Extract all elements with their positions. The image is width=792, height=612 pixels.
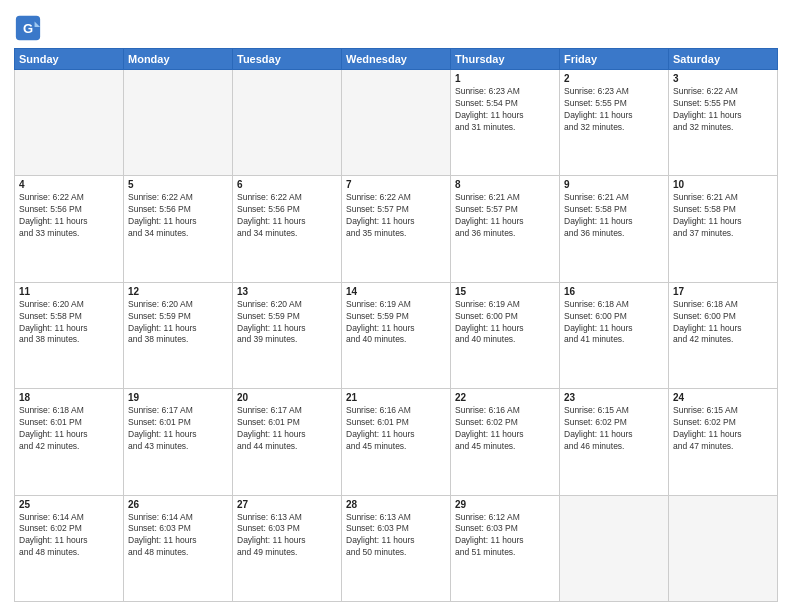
day-number: 2 — [564, 73, 664, 84]
day-number: 29 — [455, 499, 555, 510]
calendar-cell — [15, 70, 124, 176]
day-info: Sunrise: 6:21 AM Sunset: 5:57 PM Dayligh… — [455, 192, 555, 240]
logo-icon: G — [14, 14, 42, 42]
day-number: 9 — [564, 179, 664, 190]
calendar-cell: 14Sunrise: 6:19 AM Sunset: 5:59 PM Dayli… — [342, 282, 451, 388]
day-number: 27 — [237, 499, 337, 510]
calendar-cell: 9Sunrise: 6:21 AM Sunset: 5:58 PM Daylig… — [560, 176, 669, 282]
week-row-1: 4Sunrise: 6:22 AM Sunset: 5:56 PM Daylig… — [15, 176, 778, 282]
page: G SundayMondayTuesdayWednesdayThursdayFr… — [0, 0, 792, 612]
day-info: Sunrise: 6:14 AM Sunset: 6:03 PM Dayligh… — [128, 512, 228, 560]
day-number: 20 — [237, 392, 337, 403]
calendar-cell: 25Sunrise: 6:14 AM Sunset: 6:02 PM Dayli… — [15, 495, 124, 601]
day-info: Sunrise: 6:15 AM Sunset: 6:02 PM Dayligh… — [564, 405, 664, 453]
calendar-cell: 26Sunrise: 6:14 AM Sunset: 6:03 PM Dayli… — [124, 495, 233, 601]
calendar-cell: 19Sunrise: 6:17 AM Sunset: 6:01 PM Dayli… — [124, 389, 233, 495]
day-info: Sunrise: 6:18 AM Sunset: 6:01 PM Dayligh… — [19, 405, 119, 453]
calendar-cell: 10Sunrise: 6:21 AM Sunset: 5:58 PM Dayli… — [669, 176, 778, 282]
calendar-cell: 13Sunrise: 6:20 AM Sunset: 5:59 PM Dayli… — [233, 282, 342, 388]
day-info: Sunrise: 6:22 AM Sunset: 5:56 PM Dayligh… — [19, 192, 119, 240]
day-number: 5 — [128, 179, 228, 190]
day-info: Sunrise: 6:12 AM Sunset: 6:03 PM Dayligh… — [455, 512, 555, 560]
day-info: Sunrise: 6:19 AM Sunset: 6:00 PM Dayligh… — [455, 299, 555, 347]
day-info: Sunrise: 6:23 AM Sunset: 5:54 PM Dayligh… — [455, 86, 555, 134]
day-number: 23 — [564, 392, 664, 403]
day-info: Sunrise: 6:21 AM Sunset: 5:58 PM Dayligh… — [673, 192, 773, 240]
day-number: 22 — [455, 392, 555, 403]
week-row-0: 1Sunrise: 6:23 AM Sunset: 5:54 PM Daylig… — [15, 70, 778, 176]
logo: G — [14, 14, 44, 42]
calendar-cell — [342, 70, 451, 176]
calendar-cell: 17Sunrise: 6:18 AM Sunset: 6:00 PM Dayli… — [669, 282, 778, 388]
calendar-table: SundayMondayTuesdayWednesdayThursdayFrid… — [14, 48, 778, 602]
day-number: 26 — [128, 499, 228, 510]
day-info: Sunrise: 6:13 AM Sunset: 6:03 PM Dayligh… — [237, 512, 337, 560]
day-info: Sunrise: 6:18 AM Sunset: 6:00 PM Dayligh… — [564, 299, 664, 347]
calendar-cell: 2Sunrise: 6:23 AM Sunset: 5:55 PM Daylig… — [560, 70, 669, 176]
calendar-cell: 24Sunrise: 6:15 AM Sunset: 6:02 PM Dayli… — [669, 389, 778, 495]
day-info: Sunrise: 6:13 AM Sunset: 6:03 PM Dayligh… — [346, 512, 446, 560]
col-header-sunday: Sunday — [15, 49, 124, 70]
calendar-cell: 3Sunrise: 6:22 AM Sunset: 5:55 PM Daylig… — [669, 70, 778, 176]
calendar-cell: 18Sunrise: 6:18 AM Sunset: 6:01 PM Dayli… — [15, 389, 124, 495]
col-header-saturday: Saturday — [669, 49, 778, 70]
calendar-cell: 12Sunrise: 6:20 AM Sunset: 5:59 PM Dayli… — [124, 282, 233, 388]
col-header-friday: Friday — [560, 49, 669, 70]
day-number: 3 — [673, 73, 773, 84]
col-header-thursday: Thursday — [451, 49, 560, 70]
day-info: Sunrise: 6:22 AM Sunset: 5:55 PM Dayligh… — [673, 86, 773, 134]
calendar-cell: 21Sunrise: 6:16 AM Sunset: 6:01 PM Dayli… — [342, 389, 451, 495]
day-info: Sunrise: 6:15 AM Sunset: 6:02 PM Dayligh… — [673, 405, 773, 453]
day-number: 11 — [19, 286, 119, 297]
calendar-cell — [669, 495, 778, 601]
calendar-cell: 23Sunrise: 6:15 AM Sunset: 6:02 PM Dayli… — [560, 389, 669, 495]
day-number: 21 — [346, 392, 446, 403]
calendar-cell: 6Sunrise: 6:22 AM Sunset: 5:56 PM Daylig… — [233, 176, 342, 282]
day-info: Sunrise: 6:22 AM Sunset: 5:56 PM Dayligh… — [237, 192, 337, 240]
calendar-cell: 5Sunrise: 6:22 AM Sunset: 5:56 PM Daylig… — [124, 176, 233, 282]
day-info: Sunrise: 6:17 AM Sunset: 6:01 PM Dayligh… — [237, 405, 337, 453]
calendar-cell: 16Sunrise: 6:18 AM Sunset: 6:00 PM Dayli… — [560, 282, 669, 388]
day-number: 4 — [19, 179, 119, 190]
week-row-4: 25Sunrise: 6:14 AM Sunset: 6:02 PM Dayli… — [15, 495, 778, 601]
day-info: Sunrise: 6:21 AM Sunset: 5:58 PM Dayligh… — [564, 192, 664, 240]
day-number: 16 — [564, 286, 664, 297]
day-info: Sunrise: 6:22 AM Sunset: 5:57 PM Dayligh… — [346, 192, 446, 240]
calendar-cell: 15Sunrise: 6:19 AM Sunset: 6:00 PM Dayli… — [451, 282, 560, 388]
week-row-2: 11Sunrise: 6:20 AM Sunset: 5:58 PM Dayli… — [15, 282, 778, 388]
day-info: Sunrise: 6:20 AM Sunset: 5:59 PM Dayligh… — [237, 299, 337, 347]
calendar-cell — [124, 70, 233, 176]
calendar-cell — [560, 495, 669, 601]
day-number: 6 — [237, 179, 337, 190]
day-number: 10 — [673, 179, 773, 190]
header-row: SundayMondayTuesdayWednesdayThursdayFrid… — [15, 49, 778, 70]
day-number: 8 — [455, 179, 555, 190]
day-number: 14 — [346, 286, 446, 297]
calendar-cell: 20Sunrise: 6:17 AM Sunset: 6:01 PM Dayli… — [233, 389, 342, 495]
calendar-cell: 27Sunrise: 6:13 AM Sunset: 6:03 PM Dayli… — [233, 495, 342, 601]
week-row-3: 18Sunrise: 6:18 AM Sunset: 6:01 PM Dayli… — [15, 389, 778, 495]
day-number: 12 — [128, 286, 228, 297]
day-info: Sunrise: 6:19 AM Sunset: 5:59 PM Dayligh… — [346, 299, 446, 347]
calendar-cell: 1Sunrise: 6:23 AM Sunset: 5:54 PM Daylig… — [451, 70, 560, 176]
day-number: 7 — [346, 179, 446, 190]
day-info: Sunrise: 6:14 AM Sunset: 6:02 PM Dayligh… — [19, 512, 119, 560]
day-number: 28 — [346, 499, 446, 510]
day-info: Sunrise: 6:23 AM Sunset: 5:55 PM Dayligh… — [564, 86, 664, 134]
calendar-cell: 11Sunrise: 6:20 AM Sunset: 5:58 PM Dayli… — [15, 282, 124, 388]
day-number: 18 — [19, 392, 119, 403]
day-info: Sunrise: 6:17 AM Sunset: 6:01 PM Dayligh… — [128, 405, 228, 453]
day-info: Sunrise: 6:16 AM Sunset: 6:01 PM Dayligh… — [346, 405, 446, 453]
day-number: 17 — [673, 286, 773, 297]
calendar-cell: 22Sunrise: 6:16 AM Sunset: 6:02 PM Dayli… — [451, 389, 560, 495]
day-info: Sunrise: 6:22 AM Sunset: 5:56 PM Dayligh… — [128, 192, 228, 240]
calendar-cell: 8Sunrise: 6:21 AM Sunset: 5:57 PM Daylig… — [451, 176, 560, 282]
day-number: 15 — [455, 286, 555, 297]
day-info: Sunrise: 6:16 AM Sunset: 6:02 PM Dayligh… — [455, 405, 555, 453]
day-info: Sunrise: 6:20 AM Sunset: 5:58 PM Dayligh… — [19, 299, 119, 347]
col-header-wednesday: Wednesday — [342, 49, 451, 70]
header: G — [14, 10, 778, 42]
calendar-cell: 7Sunrise: 6:22 AM Sunset: 5:57 PM Daylig… — [342, 176, 451, 282]
day-number: 1 — [455, 73, 555, 84]
svg-text:G: G — [23, 21, 33, 36]
